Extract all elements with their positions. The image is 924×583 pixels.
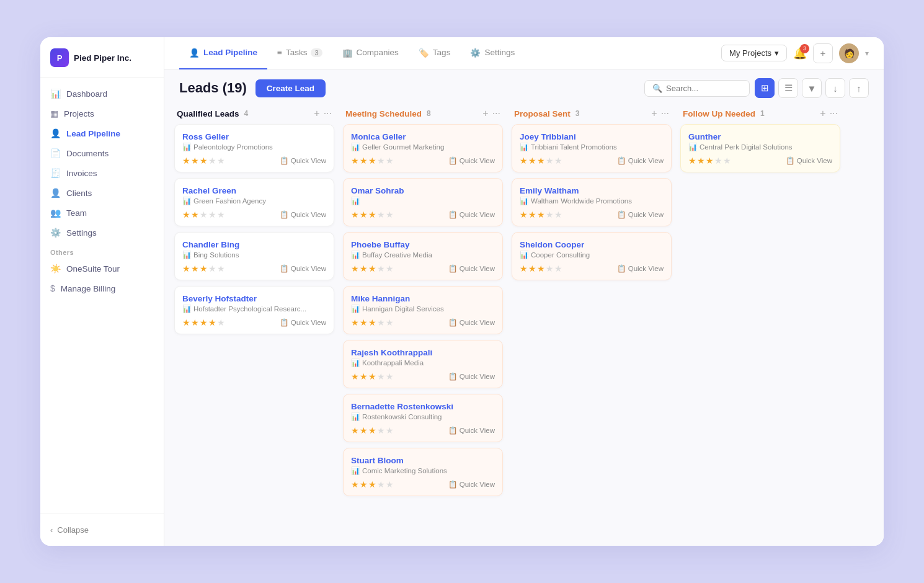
download-button[interactable]: ↓ [825, 78, 845, 98]
upload-button[interactable]: ↑ [849, 78, 869, 98]
column-follow-up-needed: Follow Up Needed 1 + ··· Gunther 📊Centra… [680, 104, 840, 536]
add-column-item-button[interactable]: + [314, 108, 319, 119]
company-icon: 📊 [688, 143, 697, 151]
lead-company: 📊Paleontology Promotions [182, 143, 326, 151]
lead-name[interactable]: Gunther [688, 132, 832, 141]
sidebar-item-invoices[interactable]: 🧾 Invoices [40, 163, 164, 183]
lead-name[interactable]: Rajesh Koothrappali [351, 348, 495, 357]
sidebar-item-settings[interactable]: ⚙️ Settings [40, 223, 164, 243]
column-count: 1 [760, 109, 765, 118]
lead-name[interactable]: Joey Tribbiani [520, 132, 664, 141]
lead-name[interactable]: Chandler Bing [182, 240, 326, 249]
lead-name[interactable]: Phoebe Buffay [351, 240, 495, 249]
sidebar-item-label: Manage Billing [61, 284, 116, 293]
quick-view-button[interactable]: 📋 Quick View [448, 264, 495, 273]
column-qualified-leads: Qualified Leads 4 + ··· Ross Geller 📊Pal… [174, 104, 334, 536]
card-mike-hannigan: Mike Hannigan 📊Hannigan Digital Services… [343, 286, 503, 334]
lead-company: 📊Buffay Creative Media [351, 251, 495, 259]
lead-name[interactable]: Beverly Hofstadter [182, 294, 326, 303]
lead-pipeline-icon: 👤 [50, 128, 61, 138]
quick-view-icon: 📋 [280, 318, 288, 327]
my-projects-button[interactable]: My Projects ▾ [721, 45, 787, 61]
tab-label: Companies [357, 48, 399, 57]
company-icon: 📊 [351, 197, 360, 205]
sidebar-item-team[interactable]: 👥 Team [40, 203, 164, 223]
column-count: 4 [244, 109, 249, 118]
filter-button[interactable]: ▼ [802, 78, 822, 98]
quick-view-button[interactable]: 📋 Quick View [617, 210, 664, 219]
lead-company: 📊Tribbiani Talent Promotions [520, 143, 664, 151]
lead-name[interactable]: Ross Geller [182, 132, 326, 141]
card-footer: ★ ★ ★ ★ ★ 📋 Quick View [182, 210, 326, 220]
sidebar-item-dashboard[interactable]: 📊 Dashboard [40, 84, 164, 104]
collapse-button[interactable]: ‹ Collapse [40, 520, 164, 540]
add-column-item-button[interactable]: + [482, 108, 488, 119]
star-rating: ★ ★ ★ ★ ★ [351, 372, 394, 381]
quick-view-button[interactable]: 📋 Quick View [617, 264, 664, 273]
invoices-icon: 🧾 [50, 168, 61, 178]
avatar[interactable]: 🧑 [839, 43, 859, 63]
lead-name[interactable]: Rachel Green [182, 186, 326, 195]
sidebar-item-onesuite-tour[interactable]: ☀️ OneSuite Tour [40, 259, 164, 278]
page-header-right: 🔍 ⊞ ☰ ▼ ↓ ↑ [644, 78, 869, 98]
sidebar-item-manage-billing[interactable]: $ Manage Billing [40, 278, 164, 298]
sidebar-item-projects[interactable]: ▦ Projects [40, 104, 164, 123]
notifications-button[interactable]: 🔔 3 [793, 47, 807, 60]
quick-view-button[interactable]: 📋 Quick View [448, 480, 495, 489]
lead-name[interactable]: Emily Waltham [520, 186, 664, 195]
column-menu-button[interactable]: ··· [830, 108, 838, 119]
quick-view-button[interactable]: 📋 Quick View [786, 156, 832, 165]
sidebar-item-documents[interactable]: 📄 Documents [40, 143, 164, 163]
quick-view-button[interactable]: 📋 Quick View [280, 210, 326, 219]
grid-view-button[interactable]: ⊞ [755, 78, 775, 98]
quick-view-button[interactable]: 📋 Quick View [448, 318, 495, 327]
tab-settings[interactable]: ⚙️ Settings [460, 37, 525, 69]
list-view-button[interactable]: ☰ [778, 78, 798, 98]
quick-view-icon: 📋 [448, 372, 457, 381]
quick-view-button[interactable]: 📋 Quick View [448, 210, 495, 219]
lead-name[interactable]: Sheldon Cooper [520, 240, 664, 249]
tab-companies[interactable]: 🏢 Companies [332, 37, 409, 69]
card-beverly-hofstadter: Beverly Hofstadter 📊Hofstadter Psycholog… [174, 286, 334, 334]
quick-view-button[interactable]: 📋 Quick View [280, 264, 326, 273]
lead-name[interactable]: Omar Sohrab [351, 186, 495, 195]
company-icon: 📊 [351, 358, 360, 367]
quick-view-button[interactable]: 📋 Quick View [448, 426, 495, 435]
company-icon: 📊 [351, 305, 360, 313]
column-menu-button[interactable]: ··· [492, 108, 500, 119]
quick-view-button[interactable]: 📋 Quick View [280, 156, 326, 165]
card-footer: ★ ★ ★ ★ ★ 📋 Quick View [520, 210, 664, 220]
lead-name[interactable]: Bernadette Rostenkowski [351, 402, 495, 411]
documents-icon: 📄 [50, 148, 61, 158]
star-rating: ★ ★ ★ ★ ★ [351, 318, 394, 327]
column-menu-button[interactable]: ··· [661, 108, 669, 119]
quick-view-button[interactable]: 📋 Quick View [448, 372, 495, 381]
clients-icon: 👤 [50, 188, 61, 198]
company-icon: 📊 [351, 466, 360, 475]
quick-view-button[interactable]: 📋 Quick View [280, 318, 326, 327]
lead-name[interactable]: Mike Hannigan [351, 294, 495, 303]
sidebar-item-lead-pipeline[interactable]: 👤 Lead Pipeline [40, 123, 164, 143]
search-box[interactable]: 🔍 [644, 80, 750, 97]
add-column-item-button[interactable]: + [820, 108, 825, 119]
card-footer: ★ ★ ★ ★ ★ 📋 Quick View [351, 479, 495, 489]
tab-tasks[interactable]: ≡ Tasks 3 [267, 37, 332, 69]
billing-icon: $ [50, 283, 55, 293]
sidebar-item-clients[interactable]: 👤 Clients [40, 183, 164, 203]
lead-name[interactable]: Monica Geller [351, 132, 495, 141]
sidebar-item-label: Dashboard [66, 89, 107, 99]
quick-view-button[interactable]: 📋 Quick View [448, 156, 495, 165]
quick-view-icon: 📋 [448, 210, 457, 219]
add-column-item-button[interactable]: + [651, 108, 657, 119]
quick-view-button[interactable]: 📋 Quick View [617, 156, 664, 165]
quick-view-icon: 📋 [448, 264, 457, 273]
create-lead-button[interactable]: Create Lead [255, 79, 326, 97]
tab-tags[interactable]: 🏷️ Tags [409, 37, 461, 69]
card-joey-tribbiani: Joey Tribbiani 📊Tribbiani Talent Promoti… [512, 124, 672, 172]
tab-lead-pipeline[interactable]: 👤 Lead Pipeline [179, 37, 267, 69]
lead-name[interactable]: Stuart Bloom [351, 456, 495, 465]
search-input[interactable] [666, 84, 740, 93]
quick-view-icon: 📋 [448, 318, 457, 327]
add-button[interactable]: + [813, 43, 833, 63]
column-menu-button[interactable]: ··· [324, 108, 332, 119]
